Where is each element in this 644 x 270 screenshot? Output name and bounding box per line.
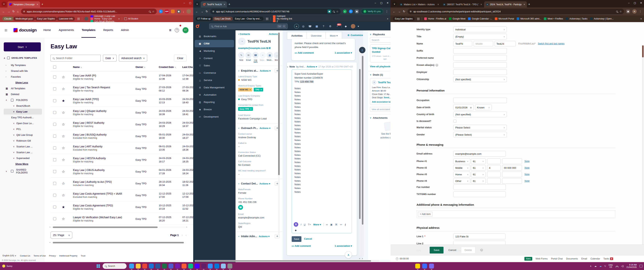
extensions-icon[interactable]: ▣ [177, 10, 181, 13]
dob-input[interactable]: 01/01/2026▦ [454, 105, 474, 110]
adblock-extension-icon[interactable]: ABP [165, 10, 169, 13]
add-association-link[interactable]: Add association lab... [372, 101, 390, 103]
dob-known-select[interactable]: Known∨ [475, 105, 492, 110]
sidebar-item[interactable]: ‹/›Development [195, 113, 234, 120]
remove-tag-icon[interactable]: × [260, 88, 262, 91]
sidebar-item[interactable]: ▽Sales [195, 62, 234, 69]
address-bar[interactable]: ⊜ app-ap1.hubspot.com/contacts/46286824/… [210, 9, 341, 14]
sidebar-item[interactable]: ◦My Templates [4, 62, 44, 68]
1password-extension-icon[interactable]: 1 [159, 10, 163, 13]
copilot-icon[interactable]: ◆ [343, 25, 348, 28]
bookmark-item[interactable]: Docusign | Easy Law [90, 15, 116, 18]
timer[interactable]: 00:00:00 [396, 257, 409, 260]
shared-folders-group[interactable]: ∨SHARED FOLDERS [4, 167, 44, 176]
forward-icon[interactable]: → [200, 10, 203, 13]
help-icon[interactable]: ? [175, 28, 179, 32]
sidebar-item[interactable]: ≣Data Management [195, 84, 234, 91]
table-row[interactable]: Lawyer ID Verification (Michael Easy Law… [50, 213, 193, 225]
volume-icon[interactable]: ◁) [621, 265, 624, 267]
sidebar-item[interactable]: ≡Content [195, 55, 234, 62]
row-checkbox[interactable] [53, 182, 56, 185]
weather-cloud-icon[interactable]: ☁ [600, 265, 602, 267]
account-avatar[interactable]: ET [182, 27, 189, 33]
status-link[interactable]: Web Forms [536, 257, 548, 260]
menu-dots-icon[interactable]: ⋮ [639, 10, 642, 13]
user-avatar[interactable] [351, 24, 355, 29]
sidebar-item[interactable]: ▦All Templates [4, 85, 44, 91]
gender-select[interactable]: (Please Select)∨ [454, 132, 507, 138]
bookmark-item[interactable]: Home - Easy Law [90, 18, 116, 20]
favorite-star-icon[interactable] [62, 181, 73, 186]
page-scrollbar[interactable] [642, 45, 644, 251]
phone-note-link[interactable]: Note [524, 167, 530, 169]
search-icon[interactable] [333, 11, 334, 12]
column-owner[interactable]: Owner↑↓ [136, 66, 159, 68]
help-icon[interactable]: ? [321, 25, 326, 28]
bookmark-chip[interactable]: Easy Law Staples [35, 17, 57, 21]
phone-number-input[interactable]: 00 000 000 [502, 165, 522, 171]
middle-name-input[interactable]: Middle [474, 41, 493, 47]
taskbar-app-icon[interactable] [214, 264, 219, 268]
phone-number-input[interactable] [502, 172, 522, 177]
ai-assistant-icon[interactable]: ◆ [295, 229, 296, 232]
bookmark-item[interactable]: Microsoft 365 admi... [517, 18, 541, 20]
table-horizontal-scrollbar[interactable]: ◂▸ [50, 226, 186, 228]
create-button[interactable]: + [294, 24, 299, 29]
favorite-star-icon[interactable] [62, 170, 73, 174]
fax-input[interactable] [454, 184, 506, 190]
bookmark-chip[interactable]: Lawcover info [57, 17, 75, 21]
bold-button[interactable]: B [294, 222, 298, 227]
search-folder-input[interactable]: Search Folder [50, 55, 101, 62]
verify-button[interactable]: ✓Verify it's you [361, 9, 383, 14]
taskbar-app-icon[interactable] [221, 264, 226, 268]
cancel-button[interactable]: Cancel [448, 249, 456, 251]
folder-item[interactable]: ∨Easy Law [4, 109, 42, 114]
maximize-icon[interactable]: ▢ [189, 2, 191, 4]
advanced-search-dropdown[interactable]: Advanced search∨ [119, 55, 147, 62]
switch-names-link[interactable]: Switch first and last names [538, 42, 564, 45]
taskbar-app-icon[interactable] [142, 264, 147, 268]
occupation-input[interactable] [454, 97, 507, 103]
site-info-icon[interactable]: ⊜ [23, 10, 25, 13]
add-comment-link[interactable]: ▭ Add comment [292, 244, 311, 247]
taskbar-app-icon[interactable] [195, 264, 200, 268]
taskbar-app-icon[interactable] [429, 264, 434, 268]
tab-search-icon[interactable]: ∨ [392, 2, 397, 6]
globe-bookmark-icon[interactable] [84, 17, 88, 21]
row-checkbox[interactable] [53, 135, 56, 138]
enquiry-tag[interactable]: NSW WC× [238, 88, 252, 91]
sms-input[interactable] [454, 191, 506, 197]
bookmark-chip[interactable]: Claude [2, 17, 14, 21]
underline-button[interactable]: U [304, 223, 306, 226]
outreach-section-header[interactable]: ∨Outreach Pr...Actions ▾⚙ [238, 126, 280, 130]
favorite-star-icon[interactable] [62, 122, 73, 126]
status-link[interactable]: Portal Chat [551, 257, 563, 260]
phone-prefix-input[interactable] [487, 159, 500, 164]
view-associated-button[interactable]: View all associated [370, 107, 390, 112]
sidebar-item[interactable]: ⚙Automation [195, 91, 234, 98]
phone-number-input[interactable] [502, 159, 522, 164]
association-dropdown[interactable]: 1 association ▾ [334, 244, 352, 247]
maximize-icon[interactable]: ▢ [634, 2, 636, 4]
browser-tab[interactable]: A2024: TestLN, TestFN - Participa...× [484, 1, 527, 8]
feed-scrollbar[interactable]: ▼ [359, 45, 361, 256]
nav-item[interactable]: Home [43, 23, 51, 38]
sidebar-item[interactable]: ◦Shared with Me [4, 68, 44, 74]
playbooks-section[interactable]: ∨Playbooks [368, 33, 390, 36]
table-row[interactable]: Easy Law | CBUS AuthorityEligible for ma… [50, 166, 193, 178]
save-button[interactable]: Save [430, 247, 444, 253]
italic-button[interactable]: I [301, 223, 302, 226]
row-checkbox[interactable] [53, 170, 56, 173]
template-name[interactable]: Easy Law IAAR (PI) [73, 74, 136, 77]
association-dropdown[interactable]: 1 association ▾ [334, 51, 352, 54]
row-checkbox[interactable] [53, 147, 56, 150]
row-checkbox[interactable] [53, 158, 56, 161]
checklist-icon[interactable]: ≣ [169, 28, 172, 32]
taskbar-app-icon[interactable] [208, 264, 213, 268]
tab-hubspot[interactable]: TestFN TestLN × [201, 1, 227, 8]
new-tab-button[interactable]: + [528, 3, 530, 6]
quick-action[interactable]: ▦Meeti... [266, 52, 273, 63]
bookmark-item[interactable]: My meeting link [273, 18, 298, 20]
table-row[interactable]: Easy Law | REST AuthorityEligible for ma… [50, 118, 193, 130]
address-bar[interactable]: ⊜ apps.docusign.com/send/templates?folde… [21, 9, 157, 14]
